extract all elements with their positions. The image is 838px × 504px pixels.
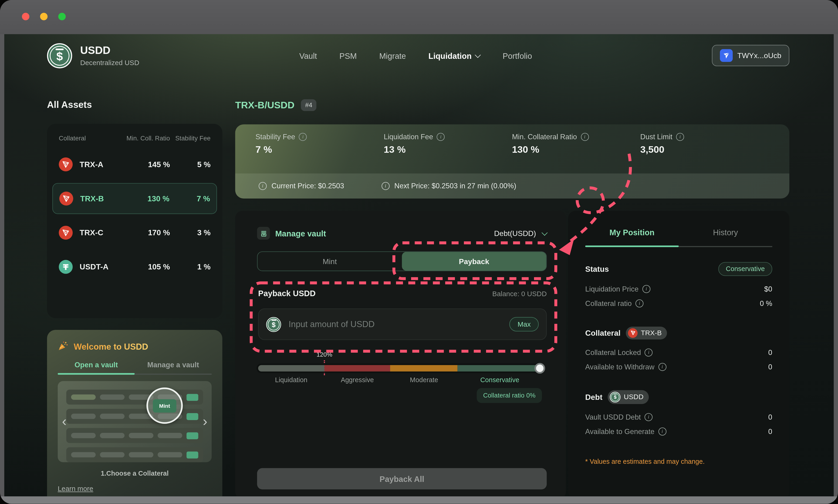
brand: $ USDD Decentralized USD [47, 43, 139, 68]
nav-item-liquidation[interactable]: Liquidation [428, 51, 480, 60]
carousel-prev-button[interactable]: ‹ [62, 414, 67, 428]
current-price: iCurrent Price: $0.2503 [259, 182, 344, 190]
mini-mint-pill [186, 413, 198, 420]
collateral-ratio-badge: Collateral ratio 0% [477, 388, 542, 403]
wallet-address: TWYx...oUcb [737, 51, 781, 60]
info-icon[interactable]: i [381, 182, 390, 190]
tab-payback[interactable]: Payback [402, 252, 546, 271]
nav-item-psm[interactable]: PSM [339, 51, 357, 60]
app-subtitle: Decentralized USD [80, 57, 139, 68]
manage-vault-title: Manage vault [275, 229, 326, 238]
amount-input[interactable] [288, 319, 510, 330]
usdd-app: $ USDD Decentralized USD Vault PSM Migra… [4, 34, 834, 496]
usdd-coin-icon: $ [610, 392, 620, 402]
slider-segment-liquidation [258, 365, 324, 372]
stat-liquidation-fee: Liquidation Feei 13 % [383, 133, 512, 155]
row-collateral-locked: Collateral Lockedi 0 [585, 348, 772, 356]
vault-stats-card: Stability Feei 7 % Liquidation Feei 13 %… [235, 124, 789, 199]
asset-row-trx-b[interactable]: TRX-B 130 % 7 % [52, 183, 217, 214]
next-price: iNext Price: $0.2503 in 27 min (0.00%) [381, 182, 516, 190]
screenshot-stage: $ USDD Decentralized USD Vault PSM Migra… [0, 0, 838, 504]
nav-item-vault[interactable]: Vault [300, 51, 317, 60]
tutorial-carousel: Mint ‹ › [58, 381, 211, 462]
minimize-window-button[interactable] [40, 13, 48, 20]
stat-min-collateral-ratio: Min. Collateral Ratioi 130 % [512, 133, 640, 155]
info-icon[interactable]: i [437, 133, 445, 141]
nav-item-portfolio[interactable]: Portfolio [502, 51, 532, 60]
tab-my-position[interactable]: My Position [585, 228, 679, 237]
row-liquidation-price: Liquidation Pricei $0 [585, 285, 772, 293]
close-window-button[interactable] [22, 13, 29, 20]
estimates-footnote: * Values are estimates and may change. [585, 458, 772, 465]
info-icon[interactable]: i [581, 133, 589, 141]
usdd-logo-icon: $ [47, 43, 72, 68]
debt-selector[interactable]: Debt(USDD) [494, 229, 547, 238]
row-collateral-ratio: Collateral ratioi 0 % [585, 299, 772, 307]
status-badge: Conservative [718, 262, 772, 276]
welcome-title: Welcome to USDD [74, 342, 148, 352]
asset-row-trx-a[interactable]: TRX-A 145 % 5 % [59, 147, 211, 182]
tronlink-wallet-icon [720, 49, 733, 62]
assets-table: Collateral Min. Coll. Ratio Stability Fe… [47, 124, 222, 318]
amount-input-box: $ Max [258, 308, 547, 340]
window-bottom-edge [0, 496, 838, 504]
slider-segment-conservative [458, 365, 542, 372]
slider-marker-label: 120% [317, 351, 332, 358]
collateral-chip: TRX-B [626, 326, 667, 339]
main-nav: Vault PSM Migrate Liquidation Portfolio [300, 48, 532, 64]
tab-history[interactable]: History [679, 228, 772, 237]
status-label: Status [585, 265, 609, 273]
info-icon[interactable]: i [658, 363, 666, 371]
collateral-group-label: Collateral [585, 328, 620, 337]
collateral-ratio-slider[interactable] [258, 365, 542, 372]
mini-mint-pill [186, 432, 198, 439]
magnifier-highlight: Mint [147, 388, 183, 424]
window-titlebar [0, 0, 838, 34]
chevron-down-icon [475, 52, 481, 58]
info-icon[interactable]: i [676, 133, 684, 141]
payback-section-title: Payback USDD [258, 289, 315, 298]
learn-more-link[interactable]: Learn more [58, 485, 93, 492]
info-icon[interactable]: i [635, 299, 644, 307]
position-panel: My Position History Status Conservative … [568, 211, 790, 496]
carousel-next-button[interactable]: › [203, 414, 207, 428]
slider-segment-aggressive [324, 365, 390, 372]
nav-item-migrate[interactable]: Migrate [379, 51, 406, 60]
row-vault-usdd-debt: Vault USDD Debti 0 [585, 413, 772, 421]
info-icon[interactable]: i [259, 182, 267, 190]
skeleton-row [66, 409, 203, 424]
vault-id-badge: #4 [301, 99, 317, 111]
row-available-to-generate: Available to Generatei 0 [585, 427, 772, 435]
tab-open-a-vault[interactable]: Open a vault [58, 361, 135, 369]
max-button[interactable]: Max [510, 317, 538, 331]
assets-table-header: Collateral Min. Coll. Ratio Stability Fe… [59, 134, 211, 142]
wallet-button[interactable]: TWYx...oUcb [712, 45, 789, 66]
carousel-caption: 1.Choose a Collateral [58, 470, 211, 477]
stat-stability-fee: Stability Feei 7 % [255, 133, 383, 155]
mini-mint-pill [186, 451, 198, 458]
info-icon[interactable]: i [642, 285, 650, 293]
mint-payback-tabs: Mint Payback [257, 251, 547, 271]
welcome-card: Welcome to USDD Open a vault Manage a va… [47, 330, 222, 496]
zoom-window-button[interactable] [58, 13, 66, 20]
usdt-token-icon [59, 260, 73, 274]
info-icon[interactable]: i [645, 413, 652, 421]
info-icon[interactable]: i [658, 427, 666, 435]
slider-labels: Liquidation Aggressive Moderate Conserva… [258, 376, 542, 384]
payback-all-button[interactable]: Payback All [257, 468, 547, 490]
tab-manage-a-vault[interactable]: Manage a vault [135, 361, 212, 369]
info-icon[interactable]: i [299, 133, 307, 141]
mini-mint-pill [186, 394, 198, 400]
trx-token-icon [628, 328, 637, 338]
manage-vault-card: Manage vault Debt(USDD) Mint Payback Pay… [235, 211, 566, 496]
slider-knob[interactable] [534, 363, 545, 374]
party-popper-icon [58, 341, 68, 353]
tab-mint[interactable]: Mint [258, 252, 402, 271]
all-assets-title: All Assets [47, 99, 92, 110]
asset-row-usdt-a[interactable]: USDT-A 105 % 1 % [59, 250, 211, 284]
chevron-down-icon [542, 230, 548, 235]
info-icon[interactable]: i [645, 348, 653, 356]
asset-row-trx-c[interactable]: TRX-C 170 % 3 % [59, 216, 211, 250]
mint-button-preview: Mint [153, 399, 176, 412]
skeleton-row [66, 390, 203, 404]
